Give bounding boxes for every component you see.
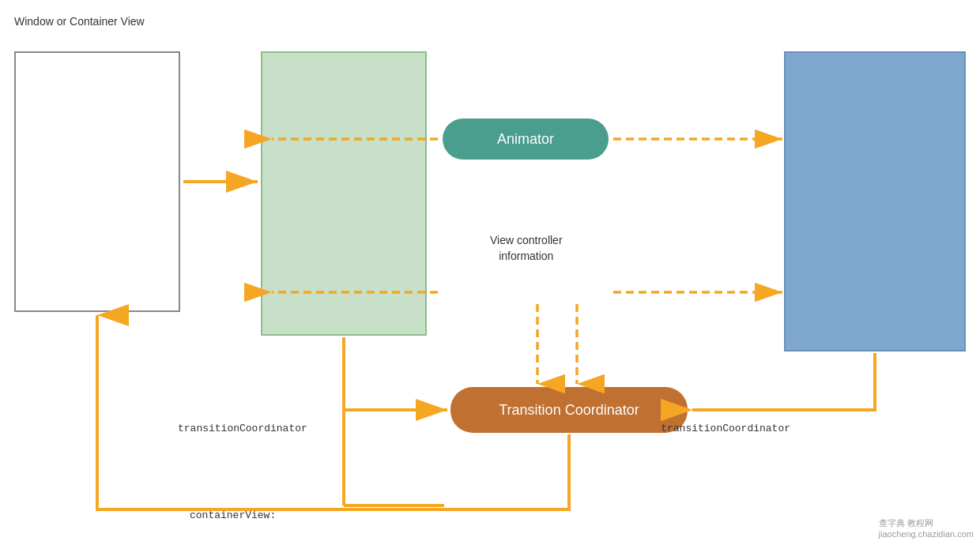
green-box xyxy=(261,51,427,336)
white-box xyxy=(14,51,180,312)
animator-label: Animator xyxy=(497,131,554,148)
tc-label-right: transitionCoordinator xyxy=(661,423,790,434)
window-label-text: Window or Container View xyxy=(14,15,145,28)
blue-box xyxy=(784,51,966,351)
diagram-container: Window or Container View Animator View c… xyxy=(0,0,980,545)
vc-info-text: View controllerinformation xyxy=(490,233,563,264)
window-label: Window or Container View xyxy=(14,14,145,30)
arrow-green-to-tc xyxy=(344,337,447,410)
tc-label-left: transitionCoordinator xyxy=(178,423,307,434)
transition-coordinator-pill: Transition Coordinator xyxy=(450,387,688,433)
tc-label: Transition Coordinator xyxy=(499,402,639,419)
arrow-blue-down-to-tc xyxy=(692,353,875,410)
watermark: 查字典 教程网jiaocheng.chazidian.com xyxy=(879,517,974,539)
container-view-label: containerView: xyxy=(190,509,276,521)
animator-pill: Animator xyxy=(443,118,609,160)
